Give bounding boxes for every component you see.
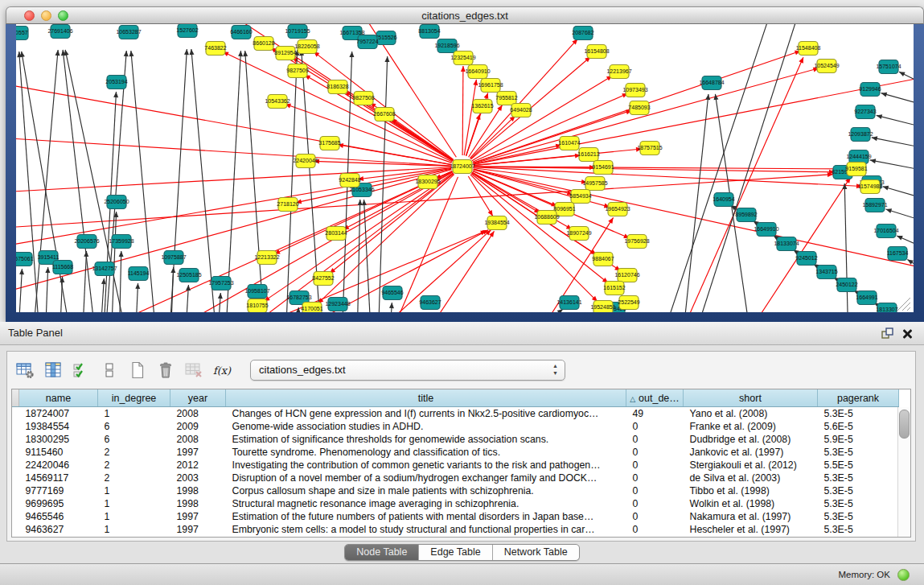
graph-node[interactable]: 17957253 [208,277,233,290]
graph-node[interactable]: 1362615 [471,100,493,113]
graph-node[interactable]: 19524851 [590,301,615,313]
graph-node[interactable]: 12213967 [606,65,631,79]
column-header-year[interactable]: year [170,389,226,407]
graph-node[interactable]: 1810755 [246,299,268,313]
graph-node[interactable]: 6466160 [230,26,252,39]
table-row[interactable]: 977716911998Corpus callosum shape and si… [12,484,899,497]
graph-node[interactable]: 18724007 [450,160,474,174]
graph-node[interactable]: 1664991 [856,291,877,305]
graph-node[interactable]: 18133074 [774,237,799,251]
graph-node[interactable]: 18226058 [294,40,319,54]
graph-node[interactable]: 10958107 [244,285,269,299]
graph-node[interactable]: 10688609 [534,211,559,225]
graph-node[interactable]: 22420046 [293,154,318,168]
graph-node[interactable]: 27691406 [47,25,72,39]
row-options-icon[interactable] [100,360,119,381]
graph-node[interactable]: 15892971 [862,199,887,212]
graph-node[interactable]: 10975887 [161,251,186,265]
table-row[interactable]: 969969511998Structural magnetic resonanc… [12,497,899,510]
graph-node[interactable]: 12923448 [325,298,350,311]
graph-node[interactable]: 9827509 [286,64,308,78]
graph-node[interactable]: 10719155 [285,25,310,39]
graph-node[interactable]: 18907249 [566,227,591,241]
graph-node[interactable]: 9884067 [592,253,614,266]
graph-node[interactable]: 8813054 [418,25,440,39]
graph-node[interactable]: 4170051 [301,303,322,313]
graph-node[interactable]: 2450122 [836,278,857,292]
graph-node[interactable]: 11574988 [858,180,883,194]
table-scrollbar[interactable] [897,407,910,537]
column-visibility-icon[interactable] [43,360,63,381]
column-header-pagerank[interactable]: pagerank [818,389,899,407]
graph-node[interactable]: 9465546 [381,286,403,300]
graph-node[interactable]: 8660128 [253,37,274,51]
table-scrollbar-thumb[interactable] [899,410,910,439]
graph-node[interactable]: 9154691 [592,161,614,175]
function-builder-icon[interactable]: f(x) [212,360,232,381]
graph-node[interactable]: 12093872 [848,128,873,142]
network-graph-canvas[interactable]: 9405572769140610653287152760264661601071… [16,24,914,312]
graph-node[interactable]: 2718120 [277,198,298,212]
graph-node[interactable]: 1575061 [16,253,34,266]
tab-edge-table[interactable]: Edge Table [418,545,491,560]
column-header-out_de[interactable]: △out_de… [626,389,684,407]
graph-node[interactable]: 6494028 [510,104,532,117]
table-row[interactable]: 1456911722003Disruption of a novel membe… [12,472,899,484]
column-select-icon[interactable] [72,360,91,381]
graph-node[interactable]: 14136141 [556,296,581,310]
table-row[interactable]: 1872400712008Changes of HCN gene express… [12,407,899,421]
graph-node[interactable]: 1640954 [713,193,734,207]
graph-node[interactable]: 25206050 [104,196,129,209]
table-row[interactable]: 946554611997Estimation of the future num… [12,510,899,523]
graph-node[interactable]: 7485093 [628,101,650,115]
column-header-title[interactable]: title [226,389,626,407]
graph-node[interactable]: 3175685 [318,137,340,150]
graph-node[interactable]: 1527602 [176,24,198,38]
graph-node[interactable]: 19384554 [484,216,509,230]
window-resize-grip[interactable] [907,307,910,311]
close-icon[interactable] [901,328,914,340]
graph-node[interactable]: 10524549 [814,60,839,73]
delete-table-icon[interactable] [184,360,203,381]
graph-node[interactable]: 12213322 [254,251,279,265]
graph-node[interactable]: 1615152 [603,282,625,295]
graph-node[interactable]: 11548408 [796,42,821,56]
graph-node[interactable]: 12325419 [450,51,475,65]
graph-node[interactable]: 19218596 [434,39,459,53]
graph-node[interactable]: 9245012 [795,252,817,266]
graph-node[interactable]: 7957224 [356,35,378,49]
graph-node[interactable]: 8186328 [326,80,348,94]
graph-node[interactable]: 16640910 [465,65,490,79]
table-row[interactable]: 1938455462009Genome-wide association stu… [12,420,899,433]
graph-node[interactable]: 19756928 [624,235,649,249]
graph-node[interactable]: 8912954 [274,47,296,60]
graph-node[interactable]: 9242848 [339,174,360,187]
graph-node[interactable]: 1115668 [52,261,73,274]
graph-node[interactable]: 8427552 [312,272,334,286]
table-row[interactable]: 1830029562008Estimation of significance … [12,433,899,446]
graph-node[interactable]: 1167534 [887,247,909,261]
graph-node[interactable]: 15751074 [876,60,901,74]
graph-node[interactable]: 2803144 [325,227,347,241]
column-header-in_degree[interactable]: in_degree [98,389,170,407]
graph-node[interactable]: 9159581 [845,163,867,176]
graph-node[interactable]: 10653287 [116,26,141,39]
table-row[interactable]: 946362711997Embryonic stem cells: a mode… [12,523,899,536]
graph-node[interactable]: 16154808 [584,45,609,59]
graph-node[interactable]: 9463627 [419,296,441,310]
table-mode-icon[interactable] [15,360,35,381]
graph-node[interactable]: 13142757 [92,262,117,276]
graph-node[interactable]: 14957585 [582,177,607,191]
graph-node[interactable]: 7463822 [204,42,226,56]
window-resize-grip[interactable] [902,303,910,311]
graph-node[interactable]: 1616213 [577,148,599,162]
graph-node[interactable]: 1145194 [128,267,150,281]
graph-node[interactable]: 1343715 [815,266,837,279]
graph-node[interactable]: 17359928 [109,235,133,249]
float-window-icon[interactable] [881,328,893,340]
column-header-short[interactable]: short [684,389,818,407]
graph-node[interactable]: 17016504 [873,225,898,238]
graph-node[interactable]: 8959892 [735,208,757,222]
table-row[interactable]: 911546021997Tourette syndrome. Phenomeno… [12,446,899,459]
graph-node[interactable]: 9227343 [854,105,876,119]
